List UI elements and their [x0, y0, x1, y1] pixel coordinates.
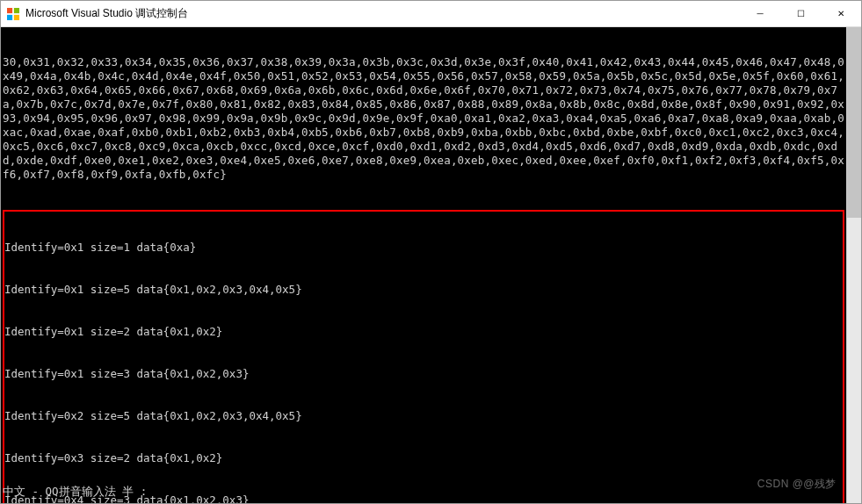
highlighted-output-frame: Identify=0x1 size=1 data{0xa} Identify=0…: [3, 210, 844, 503]
scrollbar-thumb[interactable]: [847, 27, 861, 218]
close-button[interactable]: ✕: [821, 1, 861, 26]
window-title: Microsoft Visual Studio 调试控制台: [25, 6, 740, 21]
output-line: Identify=0x1 size=3 data{0x1,0x2,0x3}: [4, 367, 843, 381]
svg-rect-2: [7, 14, 12, 19]
console-content: 30,0x31,0x32,0x33,0x34,0x35,0x36,0x37,0x…: [1, 27, 846, 503]
output-line: Identify=0x2 size=5 data{0x1,0x2,0x3,0x4…: [4, 409, 843, 423]
svg-rect-0: [7, 8, 12, 13]
maximize-button[interactable]: ☐: [780, 1, 821, 26]
vertical-scrollbar[interactable]: [846, 27, 861, 503]
output-line: Identify=0x1 size=2 data{0x1,0x2}: [4, 325, 843, 339]
minimize-button[interactable]: ─: [740, 1, 780, 26]
window-controls: ─ ☐ ✕: [740, 1, 861, 26]
ime-status: 中文 - QQ拼音输入法 半 :: [3, 485, 147, 499]
output-line: Identify=0x3 size=2 data{0x1,0x2}: [4, 451, 843, 465]
titlebar[interactable]: Microsoft Visual Studio 调试控制台 ─ ☐ ✕: [1, 1, 861, 27]
output-line: Identify=0x1 size=1 data{0xa}: [4, 241, 843, 255]
hex-dump-block: 30,0x31,0x32,0x33,0x34,0x35,0x36,0x37,0x…: [3, 55, 844, 182]
app-icon: [6, 7, 20, 21]
watermark-text: CSDN @@残梦: [757, 477, 837, 491]
svg-rect-1: [14, 8, 19, 13]
svg-rect-3: [14, 14, 19, 19]
console-area[interactable]: 30,0x31,0x32,0x33,0x34,0x35,0x36,0x37,0x…: [1, 27, 861, 503]
console-window: Microsoft Visual Studio 调试控制台 ─ ☐ ✕ 30,0…: [0, 0, 862, 504]
output-line: Identify=0x1 size=5 data{0x1,0x2,0x3,0x4…: [4, 283, 843, 297]
